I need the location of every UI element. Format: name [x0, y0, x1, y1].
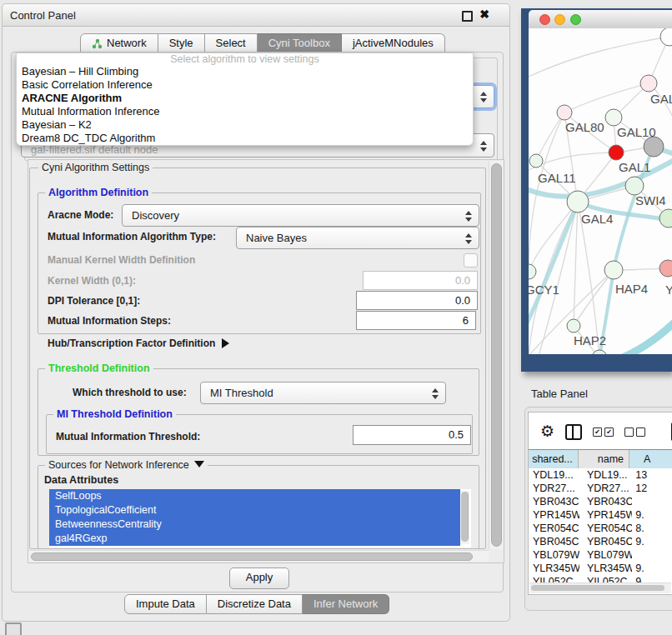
- column-header[interactable]: A: [629, 450, 672, 468]
- settings-horizontal-scrollbar[interactable]: [28, 550, 489, 562]
- node-label: HAP4: [615, 282, 648, 296]
- algorithm-option[interactable]: ARACNE Algorithm: [17, 92, 473, 105]
- table-cell: YBR045C: [529, 535, 579, 548]
- mi-steps-value: 6: [463, 314, 469, 327]
- columns-icon[interactable]: [565, 424, 582, 440]
- manual-kernel-checkbox[interactable]: [464, 253, 478, 268]
- dpi-tolerance-field[interactable]: 0.0: [356, 291, 478, 310]
- mi-type-label: Mutual Information Algorithm Type:: [48, 231, 216, 242]
- threshold-definition-title: Threshold Definition: [45, 362, 153, 374]
- aracne-mode-combo[interactable]: Discovery: [122, 204, 479, 227]
- network-node[interactable]: [644, 137, 664, 157]
- tab-infer-network[interactable]: Infer Network: [303, 594, 389, 614]
- settings-vertical-scrollbar[interactable]: [489, 161, 503, 549]
- kernel-width-label: Kernel Width (0,1):: [48, 275, 136, 287]
- network-canvas[interactable]: GALGAL80GAL10GAL1GAL11GAL4SWI4GCY1HAP4YH…: [529, 28, 672, 354]
- which-threshold-combo[interactable]: MI Threshold: [200, 382, 446, 404]
- mi-type-combo[interactable]: Naive Bayes: [236, 227, 479, 249]
- screen: Control Panel ✖ Network Style Select Cyn…: [0, 0, 672, 635]
- network-node[interactable]: [567, 191, 589, 212]
- mi-steps-field[interactable]: 6: [356, 311, 476, 330]
- network-node[interactable]: [625, 177, 644, 195]
- hub-definition-toggle[interactable]: Hub/Transcription Factor Definition: [48, 338, 229, 349]
- tab-discretize-data[interactable]: Discretize Data: [207, 594, 303, 614]
- network-node[interactable]: [609, 145, 624, 160]
- column-header[interactable]: name: [579, 450, 629, 468]
- table-panel-title: Table Panel: [531, 388, 588, 400]
- network-node[interactable]: [529, 264, 536, 279]
- network-node[interactable]: [660, 28, 672, 46]
- table-cell: 9.: [632, 508, 672, 522]
- table-row[interactable]: YDL19...YDL19...13: [529, 468, 672, 482]
- scrollbar-thumb[interactable]: [31, 552, 473, 561]
- sources-title-label: Sources for Network Inference: [48, 459, 189, 471]
- tab-style[interactable]: Style: [158, 33, 205, 53]
- table-row[interactable]: YLR345WYLR345W9.: [529, 562, 672, 575]
- table-horizontal-scrollbar[interactable]: [529, 582, 671, 593]
- network-window-titlebar[interactable]: [529, 10, 672, 29]
- network-node[interactable]: [604, 261, 623, 279]
- algorithm-definition-title: Algorithm Definition: [45, 187, 152, 198]
- attribute-item[interactable]: BetweennessCentrality: [49, 518, 460, 532]
- kernel-width-field[interactable]: 0.0: [363, 271, 478, 290]
- algorithm-option[interactable]: Mutual Information Inference: [17, 105, 473, 118]
- table-toolbar: ⚙ ✔✔: [540, 421, 672, 442]
- tab-network[interactable]: Network: [80, 33, 158, 53]
- aracne-mode-label: Aracne Mode:: [48, 209, 113, 221]
- algorithm-option[interactable]: Basic Correlation Inference: [17, 78, 473, 92]
- table-row[interactable]: YBR043CYBR043C: [529, 495, 672, 508]
- table-cell: 9.: [632, 535, 672, 548]
- algorithm-option[interactable]: Bayesian – K2: [17, 118, 473, 132]
- attribute-item[interactable]: gal4RGexp: [49, 532, 460, 546]
- zoom-traffic-light-icon[interactable]: [570, 14, 581, 25]
- attributes-scrollbar[interactable]: [460, 491, 469, 544]
- table-row[interactable]: YBL079WYBL079W: [529, 548, 672, 562]
- float-panel-icon[interactable]: [462, 11, 473, 22]
- attribute-item[interactable]: SelfLoops: [49, 489, 460, 503]
- column-header[interactable]: shared...: [529, 450, 579, 468]
- gear-icon[interactable]: ⚙: [540, 423, 554, 440]
- stepper-icon: [432, 388, 439, 399]
- which-threshold-label: Which threshold to use:: [73, 387, 187, 398]
- mi-type-value: Naive Bayes: [246, 232, 307, 244]
- mi-threshold-field[interactable]: 0.5: [353, 425, 471, 445]
- network-node[interactable]: [640, 75, 657, 92]
- network-node[interactable]: [659, 209, 672, 228]
- scrollbar-thumb[interactable]: [461, 492, 469, 542]
- network-node[interactable]: [567, 319, 580, 332]
- tab-jactivemnodules[interactable]: jActiveMNodules: [342, 33, 445, 53]
- table-row[interactable]: YPR145WYPR145W9.: [529, 508, 672, 522]
- network-node[interactable]: [605, 109, 622, 126]
- tab-select[interactable]: Select: [205, 33, 258, 53]
- table-row[interactable]: YBR045CYBR045C9.: [529, 535, 672, 548]
- table-cell: YPR145W: [529, 508, 579, 522]
- sources-title[interactable]: Sources for Network Inference: [45, 459, 208, 471]
- scrollbar-thumb[interactable]: [491, 163, 502, 547]
- table-row[interactable]: YER054CYER054C8.: [529, 522, 672, 535]
- tab-label: Select: [216, 34, 246, 52]
- attribute-item[interactable]: TopologicalCoefficient: [49, 503, 460, 518]
- table-cell: YBR043C: [579, 495, 632, 508]
- close-icon[interactable]: ✖: [479, 8, 489, 21]
- node-label: Y: [665, 282, 672, 297]
- cyni-bottom-tabs: Impute Data Discretize Data Infer Networ…: [124, 594, 389, 614]
- network-node[interactable]: [529, 154, 543, 168]
- close-traffic-light-icon[interactable]: [539, 14, 550, 25]
- network-node[interactable]: [659, 260, 672, 277]
- table-row[interactable]: YDR27...YDR27...12: [529, 482, 672, 495]
- select-all-icon[interactable]: ✔✔: [593, 428, 614, 437]
- scrollbar-thumb[interactable]: [531, 585, 664, 591]
- minimize-traffic-light-icon[interactable]: [554, 14, 565, 25]
- algorithm-option[interactable]: Bayesian – Hill Climbing: [17, 65, 473, 78]
- tab-impute-data[interactable]: Impute Data: [124, 594, 207, 614]
- docked-panel-button[interactable]: [5, 622, 22, 635]
- dpi-tolerance-label: DPI Tolerance [0,1]:: [48, 295, 140, 307]
- tab-cyni-toolbox[interactable]: Cyni Toolbox: [258, 33, 342, 53]
- deselect-all-icon[interactable]: [624, 428, 645, 437]
- apply-button[interactable]: Apply: [229, 568, 289, 589]
- network-node[interactable]: [557, 105, 572, 120]
- algorithm-option[interactable]: Dream8 DC_TDC Algorithm: [17, 132, 473, 145]
- tab-label: jActiveMNodules: [353, 34, 434, 52]
- hub-definition-label: Hub/Transcription Factor Definition: [48, 338, 215, 349]
- table-panel-inner: ⚙ ✔✔ shared...nameA YDL19...YDL19...13YD…: [528, 412, 672, 595]
